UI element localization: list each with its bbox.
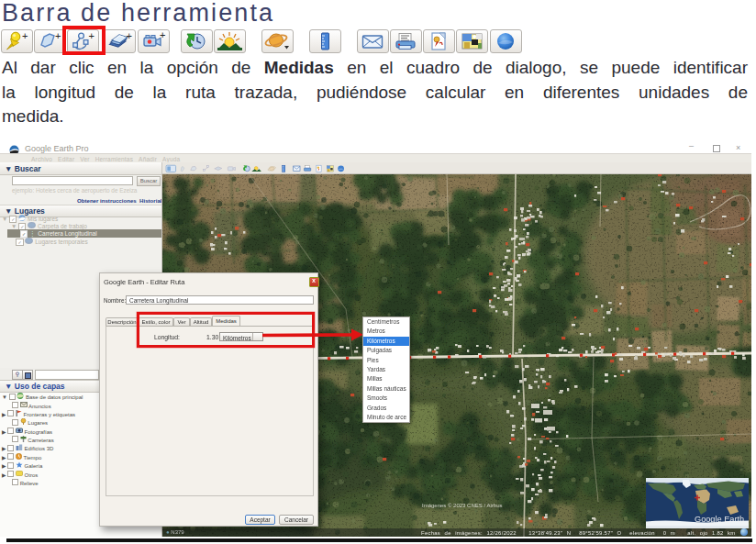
svg-text:+: + [22, 30, 28, 41]
svg-text:Imágenes © 2023 CNES / Airbus: Imágenes © 2023 CNES / Airbus [422, 503, 502, 508]
svg-text:Google Earth: Google Earth [695, 515, 744, 524]
svg-text:+: + [55, 30, 61, 41]
svg-text:+: + [127, 30, 132, 41]
svg-text:+: + [160, 30, 165, 40]
